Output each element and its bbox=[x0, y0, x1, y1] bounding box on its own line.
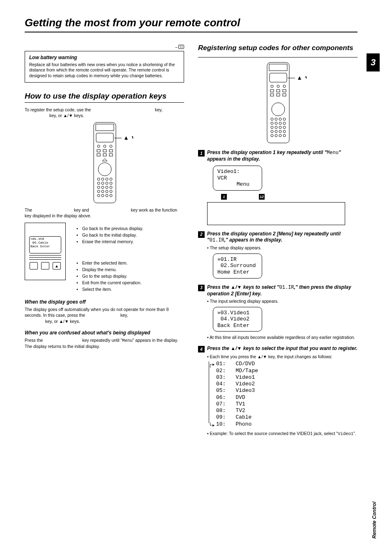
step-1-badge: 1 bbox=[198, 150, 205, 157]
svg-rect-1 bbox=[96, 133, 113, 142]
step-3-bullet: • The input selecting display appears. bbox=[207, 299, 357, 304]
display-off-heading: When the display goes off bbox=[25, 299, 184, 305]
page-ref-icon: –11 bbox=[175, 45, 184, 49]
input-list: ┌▸ └▸ 01:CD/DVD 02:MD/Tape 03:Video1 04:… bbox=[216, 361, 357, 428]
step-4-title: Press the ▲/▼ keys to select the input t… bbox=[207, 345, 357, 352]
step-3-note: • At this time all inputs become availab… bbox=[207, 335, 357, 340]
step-1-title: Press the display operation 1 key repeat… bbox=[207, 150, 357, 162]
register-rule bbox=[198, 57, 357, 58]
svg-rect-2 bbox=[96, 124, 114, 131]
step-3-badge: 3 bbox=[198, 285, 205, 291]
step-4-badge: 4 bbox=[198, 346, 205, 352]
step-2-lcd: »01.IR 02.Surround Home Enter bbox=[213, 253, 262, 279]
annot-12: 12 bbox=[259, 194, 265, 200]
page-title: Getting the most from your remote contro… bbox=[25, 16, 380, 29]
diag-lcd: »05.VCR 06.Cable Back Enter bbox=[29, 236, 61, 253]
step-2-badge: 2 bbox=[198, 231, 205, 238]
low-battery-box: Low battery warning Replace all four bat… bbox=[25, 51, 184, 83]
step-1-lcd: Video1: VCR Menu bbox=[213, 166, 262, 191]
step-2-bullet: • The setup display appears. bbox=[207, 245, 357, 250]
diag-btn-up: ▲ bbox=[53, 262, 61, 269]
low-battery-text: Replace all four batteries with new ones… bbox=[29, 62, 180, 79]
remote-illustration-right: ▲ ▼ bbox=[249, 62, 307, 144]
remote-closeup: »05.VCR 06.Cable Back Enter ▲ bbox=[25, 223, 66, 280]
confused-text: Press the key repeatedly until "Menu" ap… bbox=[25, 337, 184, 349]
step-4-example: • Example: To select the source connecte… bbox=[207, 431, 357, 436]
svg-rect-36 bbox=[269, 64, 287, 71]
remote-illustration: ▲ ▼ bbox=[76, 122, 133, 204]
howto-p2: The key and key work as the function key… bbox=[25, 207, 184, 219]
diag-btn-mid bbox=[41, 262, 49, 269]
confused-heading: When you are confused about what's being… bbox=[25, 330, 184, 336]
howto-rule bbox=[25, 102, 184, 103]
howto-p1: To register the setup code, use the key,… bbox=[25, 107, 184, 118]
register-heading: Registering setup codes for other compon… bbox=[198, 44, 357, 52]
display-off-text: The display goes off automatically when … bbox=[25, 306, 184, 324]
step-4-bullet: • Each time you press the ▲/▼ key, the i… bbox=[207, 354, 357, 359]
annot-1: 1 bbox=[221, 194, 227, 200]
step-3-lcd: »03.Video1 04.Video2 Back Enter bbox=[213, 307, 262, 332]
diag-btn-left bbox=[30, 262, 38, 269]
step-1-underbox bbox=[207, 202, 345, 225]
book-icon: 11 bbox=[178, 45, 184, 49]
title-rule bbox=[25, 32, 357, 32]
step-2-title: Press the display operation 2 [Menu] key… bbox=[207, 231, 357, 244]
svg-text:▲ ▼: ▲ ▼ bbox=[297, 74, 307, 81]
arrow-keys-label: ▲ ▼ bbox=[123, 134, 133, 141]
page-number-badge: 3 bbox=[367, 53, 380, 71]
svg-rect-35 bbox=[270, 73, 287, 82]
side-section-label: Remote Control bbox=[371, 502, 377, 539]
display-key-functions: •Go back to the previous display. •Go ba… bbox=[76, 226, 184, 292]
howto-heading: How to use the display operation keys bbox=[25, 92, 184, 101]
low-battery-heading: Low battery warning bbox=[29, 55, 180, 60]
step-3-title: Press the ▲/▼ keys to select "01.IR," th… bbox=[207, 284, 357, 297]
